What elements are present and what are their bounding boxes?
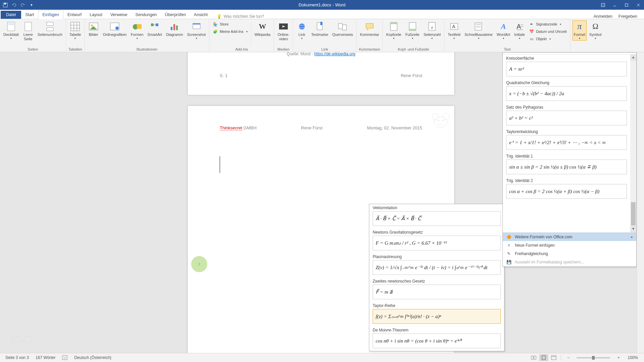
equation-preview: F⃗ = m a⃗ [373, 285, 501, 299]
maximize-icon[interactable] [621, 0, 632, 10]
scroll-thumb[interactable] [631, 202, 636, 226]
tab-verweise[interactable]: Verweise [106, 11, 131, 19]
kopfzeile-button[interactable]: Kopfzeile▾ [385, 20, 402, 41]
zoom-level[interactable]: 100% [624, 355, 639, 360]
ribbon-display-icon[interactable] [597, 0, 609, 10]
equation-item[interactable]: PlasmastreuungZ(v) = 1/√π ∫₋∞^∞ e⁻ᵗ² dt … [369, 253, 504, 275]
watermark-mouse-icon [431, 109, 451, 129]
redo-icon[interactable] [19, 1, 27, 9]
tab-ueberpruefen[interactable]: Überprüfen [161, 11, 190, 19]
kommentar-button[interactable]: Kommentar [359, 20, 380, 38]
status-language[interactable]: Deutsch (Österreich) [71, 355, 115, 360]
tab-entwurf[interactable]: Entwurf [63, 11, 86, 19]
close-icon[interactable] [632, 0, 644, 10]
formen-button[interactable]: Formen▾ [129, 20, 145, 41]
equation-title: Kreisoberfläche [506, 56, 627, 62]
equation-item[interactable]: Newtons GravitationsgesetzF = G m₁m₂ / r… [369, 229, 504, 250]
new-equation[interactable]: πNeue Formel einfügen [503, 241, 636, 249]
svg-rect-8 [47, 22, 53, 25]
equation-title: Vektorrelation [373, 205, 501, 211]
minimize-icon[interactable] [609, 0, 621, 10]
view-web-icon[interactable] [549, 354, 558, 361]
source-link[interactable]: https://de.wikipedia.org [314, 52, 356, 56]
office-icon: 🔶 [506, 235, 512, 239]
diagramm-button[interactable]: Diagramm [165, 20, 184, 38]
status-words[interactable]: 167 Wörter [32, 355, 59, 360]
tell-me[interactable]: 💡 Was möchten Sie tun? [217, 14, 264, 19]
group-label: Illustrationen [87, 47, 207, 52]
save-to-gallery: 💾Auswahl im Formelkatalog speichern... [503, 258, 636, 266]
signaturzeile-button[interactable]: ✒Signaturzeile▾ [528, 20, 568, 28]
tab-layout[interactable]: Layout [86, 11, 106, 19]
equation-item[interactable]: Taylor-Reihef(z) = Σₙ₌₀^∞ f⁽ⁿ⁾(a)/n! · (… [369, 302, 504, 324]
datum-uhrzeit-button[interactable]: 📅Datum und Uhrzeit [528, 28, 568, 35]
equation-item[interactable]: Satz des Pythagorasa² + b² = c² [503, 104, 630, 125]
group-label: Link [295, 47, 355, 52]
link-button[interactable]: Link▾ [295, 20, 309, 41]
addins-icon: 🧩 [213, 29, 218, 34]
page-number-footer: S. 1 [220, 73, 227, 78]
store-button[interactable]: 🏪Store [211, 20, 249, 28]
tab-einfuegen[interactable]: Einfügen [38, 10, 63, 19]
svg-rect-60 [551, 356, 556, 360]
equation-item[interactable]: De Moivre-Theoremcos nθ + i sin nθ = (co… [369, 326, 504, 348]
wikipedia-button[interactable]: WWikipedia [253, 20, 272, 38]
seitenzahl-button[interactable]: #Seitenzahl▾ [422, 20, 442, 41]
equation-item[interactable]: Quadratische Gleichungx = (−b ± √(b² − 4… [503, 79, 630, 101]
equation-item[interactable]: KreisoberflächeA = πr² [503, 55, 630, 76]
equation-item[interactable]: VektorrelationA⃗ · B⃗ × C⃗ = A⃗ × B⃗ · C… [369, 204, 504, 226]
seitenumbruch-button[interactable]: Seitenumbruch [36, 20, 64, 38]
zoom-thumb[interactable] [592, 356, 595, 360]
equation-title: Newtons Gravitationsgesetz [373, 230, 501, 236]
schnellbausteine-button[interactable]: Schnellbausteine▾ [463, 20, 494, 41]
zoom-in-icon[interactable]: + [614, 354, 623, 361]
status-page[interactable]: Seite 3 von 3 [2, 355, 32, 360]
screenshot-button[interactable]: Screenshot▾ [186, 20, 207, 41]
vertical-scrollbar[interactable] [637, 52, 644, 353]
textfeld-button[interactable]: ATextfeld▾ [446, 20, 462, 41]
scroll-up-icon[interactable]: ▴ [630, 55, 636, 61]
save-icon[interactable] [1, 1, 9, 9]
share-button[interactable]: Freigeben [619, 14, 637, 19]
formel-button[interactable]: πFormel▾ [573, 20, 587, 41]
scroll-down-icon[interactable]: ▾ [630, 226, 636, 232]
view-print-icon[interactable] [539, 354, 548, 361]
onlinevideo-button[interactable]: Online- video [276, 20, 290, 42]
fusszeile-button[interactable]: Fußzeile▾ [404, 20, 421, 41]
bilder-button[interactable]: Bilder [87, 20, 100, 38]
zoom-out-icon[interactable]: − [564, 354, 573, 361]
tab-datei[interactable]: Datei [1, 11, 21, 19]
tab-ansicht[interactable]: Ansicht [190, 11, 212, 19]
qat-customize-icon[interactable]: ▼ [28, 1, 36, 9]
label: Auswahl im Formelkatalog speichern... [515, 260, 584, 264]
querverweis-button[interactable]: Querverweis [331, 20, 355, 38]
tab-start[interactable]: Start [21, 11, 38, 19]
more-equations-office[interactable]: 🔶Weitere Formeln von Office.com▸ [503, 233, 636, 241]
deckblatt-button[interactable]: Deckblatt▾ [2, 20, 20, 41]
leere-seite-button[interactable]: Leere Seite [21, 20, 35, 42]
initiale-button[interactable]: AInitiale▾ [513, 20, 526, 41]
tabelle-button[interactable]: Tabelle▾ [68, 20, 83, 41]
gallery-scrollbar[interactable]: ▴ ▾ [630, 55, 636, 232]
tab-sendungen[interactable]: Sendungen [131, 11, 161, 19]
svg-rect-34 [342, 25, 346, 30]
my-addins-button[interactable]: 🧩Meine Add-Ins▾ [211, 28, 249, 35]
zoom-slider[interactable] [577, 357, 610, 358]
group-label: Text [446, 47, 568, 52]
ink-equation[interactable]: ✎Freihandgleichung [503, 249, 636, 258]
wordart-button[interactable]: AWordArt▾ [495, 20, 512, 41]
equation-item[interactable]: Trig. Identität 1sin α ± sin β = 2 sin ½… [503, 153, 630, 174]
equation-item[interactable]: Zweites newtonsches GesetzF⃗ = m a⃗ [369, 278, 504, 299]
equation-item[interactable]: Taylorentwicklungeˣ = 1 + x/1! + x²/2! +… [503, 128, 630, 150]
view-read-icon[interactable] [529, 354, 538, 361]
objekt-button[interactable]: ▭Objekt▾ [528, 35, 568, 43]
symbol-button[interactable]: ΩSymbol▾ [588, 20, 603, 41]
onlinegrafiken-button[interactable]: Onlinegrafiken [102, 20, 128, 38]
status-proofing-icon[interactable] [59, 355, 71, 360]
label: WordArt [497, 33, 510, 37]
undo-icon[interactable] [10, 1, 18, 9]
smartart-button[interactable]: SmartArt [146, 20, 163, 38]
equation-item[interactable]: Trig. Identität 2cos α + cos β = 2 cos ½… [503, 177, 630, 199]
textmarke-button[interactable]: Textmarke [310, 20, 330, 38]
sign-in-button[interactable]: Anmelden [593, 14, 612, 19]
